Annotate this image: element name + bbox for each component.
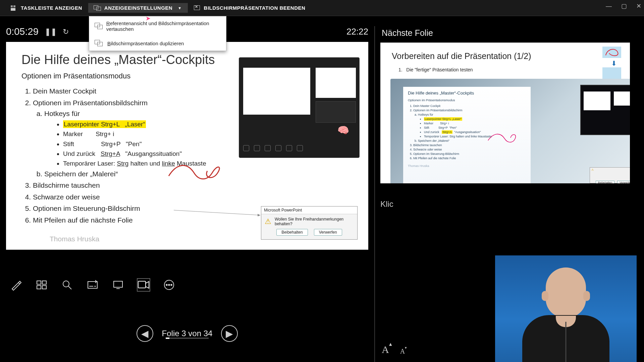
svg-point-17 [171,284,172,286]
black-screen-tool[interactable] [111,278,125,292]
displays-icon [94,5,101,11]
slide-li-4: Schwarze oder weise [33,192,353,203]
menu-show-taskbar[interactable]: TASKLEISTE ANZEIGEN [5,3,88,13]
display-settings-dropdown: Referentenansicht und Bildschirmpräsenta… [89,16,226,51]
pe-li: Hotkeys für [418,113,433,116]
menu-display-settings[interactable]: ANZEIGEEINSTELLUNGEN ▼ [88,3,188,13]
embedded-screenshot: 🧠 [239,57,360,158]
minimize-button[interactable]: — [606,3,612,10]
menu-display-settings-label: ANZEIGEEINSTELLUNGEN [104,5,172,11]
pe-li: Optionen im Präsentationsbildschirm [413,109,463,112]
warning-icon: ⚠ [265,217,271,226]
letter: A [382,344,389,355]
pe-btn: Beibehalten [596,181,614,183]
slide-li-2: Optionen im Präsentationsbildschirm [33,99,148,107]
prev-slide-button[interactable]: ◀ [137,325,153,342]
callout-line [174,209,261,216]
chevron-down-icon: ▼ [178,6,181,10]
pe-btn: Verwerfen [617,181,630,183]
ink-save-dialog: Microsoft PowerPoint ⚠ Wollen Sie Ihre F… [261,206,358,240]
svg-rect-3 [42,281,46,284]
svg-point-15 [166,284,167,286]
close-button[interactable]: ✕ [636,2,641,10]
slide-li-2a: Hotkeys für [44,110,80,117]
svg-point-6 [63,281,69,287]
next-slide-button[interactable]: ▶ [221,325,238,342]
subtitle-tool[interactable] [86,278,99,292]
dropdown-swap-displays[interactable]: Referentenansicht und Bildschirmpräsenta… [89,16,226,36]
dialog-keep-button: Beibehalten [276,229,308,236]
pe-row: Laserpointer Strg+L „Laser“ [424,117,462,121]
svg-rect-4 [37,286,41,289]
more-options[interactable] [162,278,176,292]
dialog-message: Wollen Sie Ihre Freihandanmerkungen beha… [275,217,354,226]
pe-sub: Optionen im Präsentationsmodus [408,98,526,103]
presenter-tool-strip [6,274,179,296]
hk-label: Laserpointer [64,119,99,129]
dropdown-swap-label: Referentenansicht und Bildschirmpräsenta… [106,20,221,32]
panel-divider[interactable] [374,26,375,362]
reset-timer-button[interactable]: ↻ [63,27,69,36]
svg-line-7 [68,286,71,289]
slide-navigation: ◀ Folie 3 von 34 ▶ [6,325,368,342]
svg-rect-5 [42,286,46,289]
ink-annotation [167,159,224,183]
menu-show-taskbar-label: TASKLEISTE ANZEIGEN [21,5,82,11]
menu-end-show[interactable]: BILDSCHIRMPRÄSENTATION BEENDEN [188,3,312,13]
svg-rect-13 [138,281,146,288]
see-all-slides[interactable] [35,278,48,292]
dropdown-duplicate-show[interactable]: Bildschirmpräsentation duplizieren [89,36,226,51]
svg-point-16 [168,284,170,286]
slide-author: Thomas Hruska [50,235,99,243]
decrease-font-button[interactable]: A▾ [400,348,407,355]
presenter-topbar: TASKLEISTE ANZEIGEN ANZEIGEEINSTELLUNGEN… [0,0,644,16]
presenter-camera[interactable] [495,255,637,362]
hk-text: halten und [128,160,162,167]
end-show-icon [194,5,201,11]
pen-tool[interactable] [9,278,23,292]
svg-rect-11 [114,281,122,287]
pe-row: Und zurück [424,130,439,134]
pe-author: Thomas Hruska [408,164,526,168]
slide-counter: Folie 3 von 34 [162,329,213,338]
svg-line-0 [174,210,260,215]
taskbar-icon [11,5,17,11]
transition-graphic: ⬇ [602,47,625,73]
next-slide-preview[interactable]: Vorbereiten auf die Präsentation (1/2) 1… [380,43,630,183]
window-controls: — ▢ ✕ [606,0,641,12]
next-slide-title: Vorbereiten auf die Präsentation (1/2) [392,51,619,61]
pe-row: Marker [424,122,433,125]
pe-row: "Ausgangssituation" [454,130,481,134]
hk-key: Strg+L [101,121,120,128]
pe-row: "Pen" [449,126,457,129]
next-slide-item: Die "fertige" Präsentation testen [406,67,473,72]
next-slide-heading: Nächste Folie [382,28,637,38]
presenter-silhouette [519,261,613,362]
increase-font-button[interactable]: A▴ [382,344,392,355]
presenter-left-panel: 0:05:29 ❚❚ ↻ 22:22 Die Hilfe deines „Mas… [6,26,368,348]
svg-rect-2 [37,281,41,284]
pe-title: Die Hilfe deines „Master“-Cockpits [408,90,526,97]
notes-placeholder[interactable]: Klic [380,199,637,209]
dialog-title: Microsoft PowerPoint [261,206,357,214]
zoom-tool[interactable] [60,278,74,292]
pe-li: Dein Master Cockpit [413,104,526,108]
next-slide-num: 1. [398,67,402,72]
notes-font-size-controls: A▴ A▾ [382,344,407,355]
current-slide[interactable]: Die Hilfe deines „Master“-Cockpits Optio… [6,42,368,250]
hk-label: Temporärer Laser: [63,160,117,167]
hk-label: Marker [63,129,89,139]
pe-li: Optionen im Steuerung-Bildschirm [413,152,526,156]
letter: A [400,348,405,355]
hk-label: Und zurück [63,150,95,157]
menu-end-show-label: BILDSCHIRMPRÄSENTATION BEENDEN [204,5,306,11]
svg-marker-1 [258,214,260,216]
pe-row: Strg+A [442,130,452,134]
hk-alias: "Pen" [126,140,142,147]
pause-timer-button[interactable]: ❚❚ [45,27,57,36]
maximize-button[interactable]: ▢ [621,2,627,10]
hk-key: Strg+P [101,140,120,147]
brain-icon: 🧠 [337,125,349,136]
arrow-down-icon: ⬇ [602,59,625,67]
camera-tool[interactable] [137,278,150,292]
